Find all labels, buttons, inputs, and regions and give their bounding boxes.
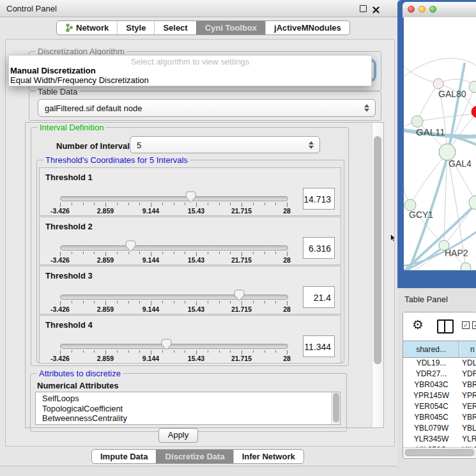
tick-label: 21.715 bbox=[222, 207, 261, 215]
attribute-list-item[interactable]: TopologicalCoefficient bbox=[36, 404, 340, 414]
cell-shared-name: YBL079W bbox=[403, 423, 459, 434]
tick-mark bbox=[219, 350, 220, 353]
table-row[interactable]: YBR045CYBR0 bbox=[403, 412, 476, 423]
table-row[interactable]: YER054CYER0 bbox=[403, 401, 476, 412]
close-traffic-light-icon[interactable] bbox=[408, 6, 415, 13]
tab-network[interactable]: Network bbox=[57, 21, 117, 35]
table-row[interactable]: YBR043CYBR0 bbox=[403, 380, 476, 390]
tick-mark bbox=[196, 350, 197, 355]
table-rows: YDL19...YDL1YDR27...YDR2YBR043CYBR0YPR14… bbox=[403, 358, 476, 447]
table-hscrollbar-thumb[interactable] bbox=[405, 449, 474, 456]
attribute-list-item[interactable]: BetweennessCentrality bbox=[36, 413, 340, 424]
list-scrollbar-thumb[interactable] bbox=[333, 393, 339, 422]
tick-label: 2.859 bbox=[86, 256, 125, 264]
tick-mark bbox=[83, 301, 84, 303]
threshold-label: Threshold 1 bbox=[45, 173, 93, 182]
attributes-group-label: Attributes to discretize bbox=[37, 369, 123, 378]
table-data-value: galFiltered.sif default node bbox=[45, 104, 142, 113]
tick-mark bbox=[208, 203, 208, 205]
tick-mark bbox=[128, 350, 129, 353]
tick-mark bbox=[60, 301, 61, 305]
tick-mark bbox=[60, 203, 61, 207]
settings-vertical-scrollbar[interactable] bbox=[372, 123, 383, 427]
top-tabstrip: NetworkStyleSelectCyni ToolboxjActiveMNo… bbox=[0, 17, 397, 38]
slider-handle[interactable] bbox=[185, 191, 196, 206]
table-data-combobox[interactable]: galFiltered.sif default node bbox=[38, 99, 376, 117]
apply-button[interactable]: Apply bbox=[158, 428, 198, 443]
tick-mark bbox=[242, 252, 242, 256]
tick-mark bbox=[265, 301, 265, 303]
tab-discretize-data[interactable]: Discretize Data bbox=[156, 450, 233, 463]
tab-jactivemnodules[interactable]: jActiveMNodules bbox=[265, 21, 349, 35]
tab-infer-network[interactable]: Infer Network bbox=[233, 450, 303, 463]
checkbox-icon[interactable]: ✓ bbox=[462, 321, 470, 329]
tick-label: -3.426 bbox=[41, 207, 79, 215]
cell-shared-name: YDR27... bbox=[403, 369, 459, 380]
slider-track[interactable] bbox=[60, 196, 288, 201]
gear-icon[interactable]: ⚙ bbox=[412, 317, 424, 332]
slider-track[interactable] bbox=[60, 245, 288, 250]
threshold-value-field[interactable]: 6.316 bbox=[303, 237, 335, 259]
tab-select[interactable]: Select bbox=[154, 21, 196, 35]
checkbox-icon[interactable]: ✓ bbox=[472, 321, 476, 329]
node-red-selected[interactable] bbox=[472, 106, 476, 118]
threshold-value-field[interactable]: 11.344 bbox=[303, 335, 335, 357]
slider-handle[interactable] bbox=[125, 240, 136, 255]
tab-label: Style bbox=[126, 23, 146, 33]
slider-handle[interactable] bbox=[234, 289, 245, 304]
network-canvas[interactable]: GAL80 GAL11 GAL4 GCY1 HAP2 G C H bbox=[404, 17, 476, 270]
number-of-intervals-combobox[interactable]: 5 bbox=[130, 136, 320, 153]
table-row[interactable]: YPR145WYPR1 bbox=[403, 390, 476, 401]
attribute-list-item[interactable]: SelfLoops bbox=[36, 394, 340, 404]
table-row[interactable]: YDR27...YDR2 bbox=[403, 369, 476, 380]
minimize-traffic-light-icon[interactable] bbox=[418, 6, 426, 13]
zoom-traffic-light-icon[interactable] bbox=[429, 6, 436, 13]
algorithm-option-manual[interactable]: Manual Discretization bbox=[10, 66, 96, 75]
table-row[interactable]: YLR345WYLR3 bbox=[403, 434, 476, 445]
table-toolbar: ⚙ ✓ ✓ bbox=[403, 312, 476, 339]
columns-icon[interactable] bbox=[437, 319, 454, 334]
attributes-group: Attributes to discretize Numerical Attri… bbox=[30, 373, 347, 432]
threshold-value-field[interactable]: 14.713 bbox=[303, 188, 335, 210]
node-right[interactable] bbox=[469, 196, 476, 210]
table-row[interactable]: YBL079WYBL0 bbox=[403, 423, 476, 434]
list-scrollbar[interactable] bbox=[331, 392, 340, 424]
float-window-icon[interactable] bbox=[360, 5, 367, 12]
numerical-attributes-label: Numerical Attributes bbox=[37, 381, 118, 390]
tick-mark bbox=[162, 203, 163, 205]
node-bottom[interactable] bbox=[461, 263, 471, 270]
cell-name: YPR1 bbox=[462, 390, 476, 401]
column-header-name[interactable]: n bbox=[460, 341, 476, 357]
numerical-attributes-list[interactable]: SelfLoopsTopologicalCoefficientBetweenne… bbox=[35, 392, 341, 425]
tab-impute-data[interactable]: Impute Data bbox=[92, 450, 156, 463]
settings-scrollbar-thumb[interactable] bbox=[374, 136, 381, 364]
tick-mark bbox=[174, 252, 174, 254]
window-bottom-edge bbox=[0, 466, 397, 476]
tick-mark bbox=[185, 350, 185, 353]
algorithm-option-equal-width[interactable]: Equal Width/Frequency Discretization bbox=[10, 75, 149, 85]
tick-mark bbox=[275, 301, 276, 303]
column-header-shared-name[interactable]: shared... bbox=[403, 341, 459, 357]
tick-mark bbox=[174, 203, 174, 205]
close-icon[interactable] bbox=[372, 4, 380, 12]
slider-handle[interactable] bbox=[161, 339, 172, 353]
threshold-value-field[interactable]: 21.4 bbox=[303, 286, 335, 308]
tab-cyni-toolbox[interactable]: Cyni Toolbox bbox=[196, 21, 265, 35]
mouse-cursor-icon bbox=[390, 234, 396, 242]
tick-mark bbox=[72, 301, 72, 303]
node-pink[interactable] bbox=[433, 79, 443, 89]
number-of-intervals-label: Number of Intervals bbox=[56, 141, 134, 151]
node-gal11[interactable] bbox=[411, 116, 423, 127]
tick-label: 15.43 bbox=[177, 256, 215, 264]
tick-mark bbox=[162, 301, 163, 303]
tick-mark bbox=[83, 203, 84, 205]
slider-track[interactable] bbox=[60, 295, 288, 300]
interval-definition-group: Interval Definition Number of Intervals … bbox=[31, 127, 349, 366]
tick-mark bbox=[117, 203, 118, 205]
cell-name: YBL0 bbox=[462, 423, 476, 434]
slider-track[interactable] bbox=[60, 344, 288, 349]
table-horizontal-scrollbar[interactable] bbox=[403, 447, 476, 457]
table-row[interactable]: YDL19...YDL1 bbox=[403, 358, 476, 369]
tick-mark bbox=[287, 252, 288, 256]
tab-style[interactable]: Style bbox=[117, 21, 154, 35]
